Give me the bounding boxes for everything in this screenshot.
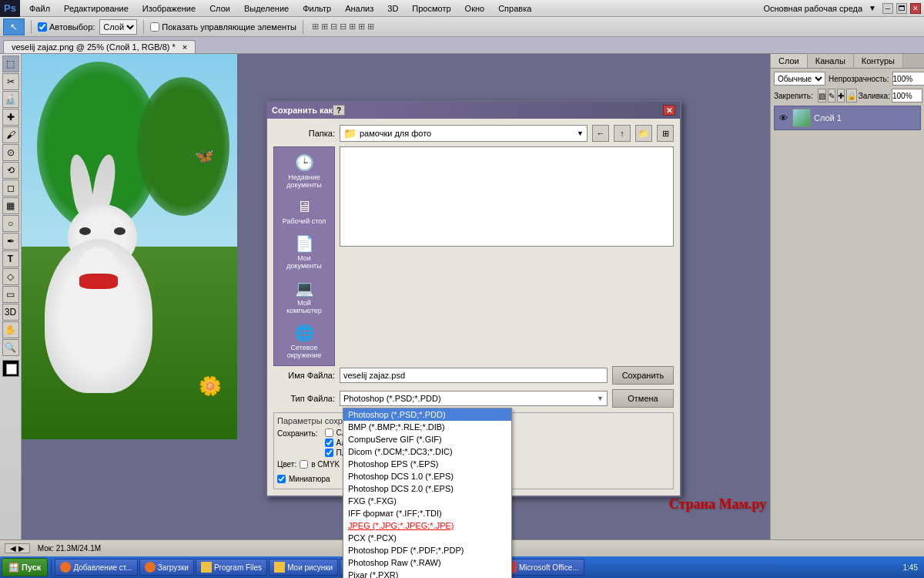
sidebar-desktop[interactable]: 🖥 Рабочий стол xyxy=(277,195,331,228)
format-option-pdf[interactable]: Photoshop PDF (*.PDF;*.PDP) xyxy=(343,544,511,556)
zoom-tool[interactable]: 🔍 xyxy=(2,339,19,356)
blend-mode-select[interactable]: Обычные xyxy=(774,72,825,86)
new-folder-btn[interactable]: 📁 xyxy=(635,125,652,142)
menu-filter[interactable]: Фильтр xyxy=(296,2,337,15)
format-option-dcs20[interactable]: Photoshop DCS 2.0 (*.EPS) xyxy=(343,482,511,495)
cb-layers-input[interactable] xyxy=(325,428,333,437)
taskbar-item-0[interactable]: Добавление ст... xyxy=(55,559,137,576)
tab-layers[interactable]: Слои xyxy=(771,54,808,68)
menu-3d[interactable]: 3D xyxy=(381,2,404,15)
fill-input[interactable] xyxy=(892,89,922,102)
show-controls-checkbox[interactable] xyxy=(150,22,159,32)
sidebar-my-computer[interactable]: 💻 Мой компьютер xyxy=(277,276,331,318)
status-nav-btn[interactable]: ◀ ▶ xyxy=(5,543,30,553)
path-tool[interactable]: ◇ xyxy=(2,268,19,285)
sidebar-my-docs[interactable]: 📄 Мои документы xyxy=(277,231,331,273)
nav-up-btn[interactable]: ↑ xyxy=(614,125,631,142)
gradient-tool[interactable]: ▦ xyxy=(2,197,19,214)
autoselect-checkbox[interactable] xyxy=(38,22,47,32)
dialog-sidebar: 🕒 Недавние документы 🖥 Рабочий стол 📄 Мо… xyxy=(273,146,335,366)
move-tool[interactable]: ↖ xyxy=(3,18,25,35)
format-option-psd[interactable]: Photoshop (*.PSD;*.PDD) xyxy=(343,408,511,421)
lock-move-btn[interactable]: ✚ xyxy=(837,89,845,102)
lock-brush-btn[interactable]: ✎ xyxy=(828,89,835,102)
format-option-bmp[interactable]: BMP (*.BMP;*.RLE;*.DIB) xyxy=(343,421,511,433)
3d-tool[interactable]: 3D xyxy=(2,304,19,321)
tab-channels[interactable]: Каналы xyxy=(808,54,854,68)
minimize-btn[interactable]: ─ xyxy=(882,3,893,14)
filetype-value: Photoshop (*.PSD;*.PDD) xyxy=(343,394,441,403)
menu-layers[interactable]: Слои xyxy=(203,2,236,15)
use-proof-profile-input[interactable] xyxy=(300,460,308,469)
menu-view[interactable]: Просмотр xyxy=(406,2,457,15)
close-btn[interactable]: ✕ xyxy=(910,3,921,14)
format-option-fxg[interactable]: FXG (*.FXG) xyxy=(343,495,511,507)
crop-tool[interactable]: ✂ xyxy=(2,73,19,90)
my-docs-label: Мои документы xyxy=(280,254,328,270)
filetype-dropdown[interactable]: Photoshop (*.PSD;*.PDD) ▼ xyxy=(340,391,608,406)
format-option-eps[interactable]: Photoshop EPS (*.EPS) xyxy=(343,458,511,470)
eraser-tool[interactable]: ◻ xyxy=(2,180,19,197)
taskbar-item-2[interactable]: Program Files xyxy=(196,559,267,576)
lock-all-btn[interactable]: 🔒 xyxy=(846,89,857,102)
taskbar-item-3[interactable]: Мои рисунки xyxy=(269,559,338,576)
clone-tool[interactable]: ⊙ xyxy=(2,144,19,161)
file-browser xyxy=(340,146,674,247)
sidebar-network[interactable]: 🌐 Сетевое окружение xyxy=(277,321,331,362)
menu-help[interactable]: Справка xyxy=(492,2,537,15)
healing-tool[interactable]: ✚ xyxy=(2,109,19,126)
hand-tool[interactable]: ✋ xyxy=(2,321,19,338)
save-btn[interactable]: Сохранить xyxy=(612,366,674,385)
text-tool[interactable]: T xyxy=(2,250,19,267)
cb-alpha-input[interactable] xyxy=(325,439,333,447)
dialog-close-btn[interactable]: ✕ xyxy=(663,105,675,116)
cb-spot-colors-input[interactable] xyxy=(325,449,333,457)
foreground-color[interactable] xyxy=(2,360,19,377)
format-option-jpeg[interactable]: JPEG (*.JPG;*.JPEG;*.JPE) xyxy=(343,519,511,532)
selection-tool[interactable]: ⬚ xyxy=(2,55,19,72)
filename-input[interactable] xyxy=(340,368,608,383)
history-tool[interactable]: ⟲ xyxy=(2,162,19,179)
thumbnail-checkbox[interactable] xyxy=(277,475,286,483)
nav-back-btn[interactable]: ← xyxy=(592,125,609,142)
document-tab[interactable]: veselij zajaz.png @ 25% (Слой 1, RGB/8) … xyxy=(3,40,196,53)
taskbar-item-1[interactable]: Загрузки xyxy=(139,559,194,576)
format-option-dcs10[interactable]: Photoshop DCS 1.0 (*.EPS) xyxy=(343,470,511,482)
lock-transparent-btn[interactable]: ▨ xyxy=(818,89,826,102)
shape-tool[interactable]: ▭ xyxy=(2,286,19,303)
menu-image[interactable]: Изображение xyxy=(136,2,202,15)
cancel-btn[interactable]: Отмена xyxy=(612,389,674,408)
pen-tool[interactable]: ✒ xyxy=(2,233,19,250)
menu-select[interactable]: Выделение xyxy=(238,2,295,15)
taskbar-item-6[interactable]: Microsoft Office... xyxy=(500,559,584,576)
opacity-input[interactable] xyxy=(892,72,924,86)
recent-docs-icon: 🕒 xyxy=(295,153,314,172)
start-button[interactable]: 🪟 Пуск xyxy=(2,558,48,576)
format-option-pcx[interactable]: PCX (*.PCX) xyxy=(343,532,511,544)
menu-analysis[interactable]: Анализ xyxy=(339,2,380,15)
sidebar-recent-docs[interactable]: 🕒 Недавние документы xyxy=(277,150,331,192)
format-option-pixar[interactable]: Pixar (*.PXR) xyxy=(343,569,511,578)
folder-path-input[interactable]: 📁 рамочки для фото ▼ xyxy=(340,125,588,142)
dialog-help-btn[interactable]: ? xyxy=(333,105,345,116)
tab-paths[interactable]: Контуры xyxy=(854,54,903,68)
view-toggle-btn[interactable]: ⊞ xyxy=(657,125,674,142)
tab-close-btn[interactable]: × xyxy=(182,42,187,52)
workspace-dropdown-icon[interactable]: ▼ xyxy=(865,4,879,12)
format-option-gif[interactable]: CompuServe GIF (*.GIF) xyxy=(343,433,511,445)
layer-visibility-toggle[interactable]: 👁 xyxy=(777,112,789,124)
brush-tool[interactable]: 🖌 xyxy=(2,126,19,143)
format-option-dicom[interactable]: Dicom (*.DCM;*.DC3;*.DIC) xyxy=(343,445,511,458)
dodge-tool[interactable]: ○ xyxy=(2,215,19,232)
format-option-iff[interactable]: IFF формат (*.IFF;*.TDI) xyxy=(343,507,511,519)
eyedropper-tool[interactable]: 🔬 xyxy=(2,91,19,108)
taskbar-clock: 1:45 xyxy=(899,563,922,572)
restore-btn[interactable]: 🗖 xyxy=(896,3,907,14)
format-option-raw[interactable]: Photoshop Raw (*.RAW) xyxy=(343,556,511,569)
layer-row[interactable]: 👁 Слой 1 xyxy=(774,106,921,130)
autoselect-dropdown[interactable]: Слой xyxy=(99,19,137,35)
menu-window[interactable]: Окно xyxy=(459,2,491,15)
menu-edit[interactable]: Редактирование xyxy=(58,2,135,15)
menu-file[interactable]: Файл xyxy=(23,2,56,15)
taskbar-separator xyxy=(51,560,52,575)
